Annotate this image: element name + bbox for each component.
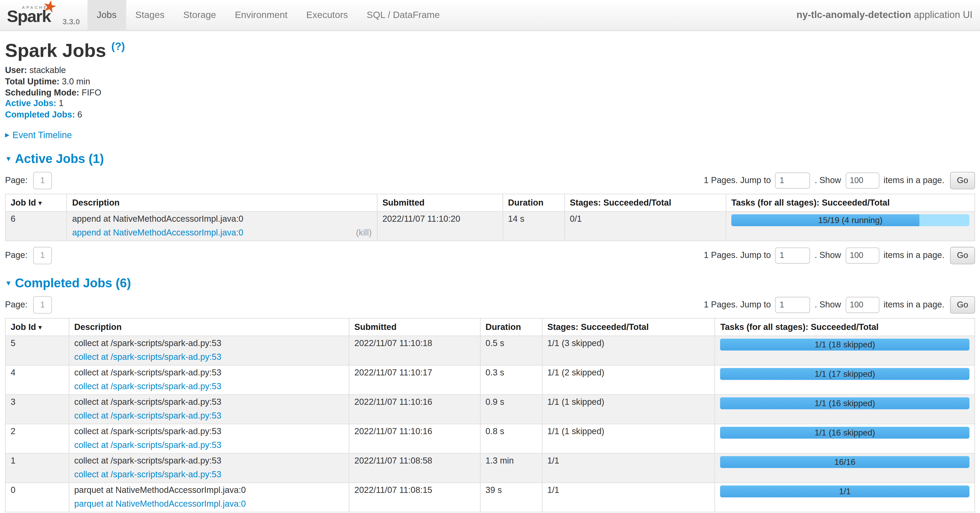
completed-jobs-link[interactable]: Completed Jobs: — [5, 110, 75, 119]
application-title-suffix: application UI — [911, 9, 973, 20]
go-button[interactable]: Go — [950, 296, 975, 313]
application-title: ny-tlc-anomaly-detection application UI — [797, 0, 973, 30]
table-row: 6 append at NativeMethodAccessorImpl.jav… — [5, 211, 975, 241]
show-items-input[interactable] — [845, 247, 879, 264]
kill-link[interactable]: (kill) — [356, 227, 372, 239]
duration-cell: 39 s — [480, 483, 542, 512]
job-description-link[interactable]: parquet at NativeMethodAccessorImpl.java… — [74, 499, 246, 510]
col-tasks[interactable]: Tasks (for all stages): Succeeded/Total — [726, 194, 975, 211]
jump-to-input[interactable] — [775, 247, 810, 264]
tab-stages[interactable]: Stages — [126, 0, 174, 30]
tab-sql-dataframe[interactable]: SQL / DataFrame — [357, 0, 449, 30]
table-header-row: Job Id▾ Description Submitted Duration S… — [5, 194, 975, 211]
page-input[interactable] — [33, 296, 52, 313]
job-id-cell: 4 — [5, 365, 69, 394]
application-name: ny-tlc-anomaly-detection — [797, 9, 911, 20]
tasks-cell: 1/1 (18 skipped) — [715, 336, 975, 365]
event-timeline-toggle[interactable]: ▶Event Timeline — [5, 130, 975, 140]
job-id-cell: 2 — [5, 424, 69, 453]
stages-cell: 0/1 — [565, 211, 726, 241]
stages-cell: 1/1 (1 skipped) — [542, 394, 715, 424]
description-cell: collect at /spark-scripts/spark-ad.py:53… — [69, 453, 349, 483]
active-jobs-table: Job Id▾ Description Submitted Duration S… — [5, 194, 975, 241]
col-tasks[interactable]: Tasks (for all stages): Succeeded/Total — [715, 318, 975, 336]
summary-user: User: stackable — [5, 65, 975, 76]
job-description-link[interactable]: collect at /spark-scripts/spark-ad.py:53 — [74, 381, 221, 392]
col-stages[interactable]: Stages: Succeeded/Total — [565, 194, 726, 211]
tasks-cell: 1/1 (16 skipped) — [715, 424, 975, 453]
description-cell: collect at /spark-scripts/spark-ad.py:53… — [69, 365, 349, 394]
navbar: APACHE Spark ★ 3.3.0 Jobs Stages Storage… — [0, 0, 980, 31]
job-description-link[interactable]: collect at /spark-scripts/spark-ad.py:53 — [74, 411, 221, 422]
description-cell: parquet at NativeMethodAccessorImpl.java… — [69, 483, 349, 512]
pages-text: 1 Pages. Jump to — [704, 300, 771, 310]
help-link[interactable]: (?) — [111, 41, 125, 52]
duration-cell: 0.9 s — [480, 394, 542, 424]
tasks-progress-bar: 15/19 (4 running) — [732, 214, 969, 226]
stages-cell: 1/1 (1 skipped) — [542, 424, 715, 453]
show-text: . Show — [815, 300, 841, 310]
col-duration[interactable]: Duration — [503, 194, 565, 211]
jump-to-input[interactable] — [775, 297, 810, 313]
show-text: . Show — [815, 251, 841, 260]
summary-uptime: Total Uptime: 3.0 min — [5, 76, 975, 87]
go-button[interactable]: Go — [950, 172, 975, 189]
tab-environment[interactable]: Environment — [226, 0, 297, 30]
tasks-progress-bar: 1/1 (17 skipped) — [721, 368, 969, 380]
page-input[interactable] — [33, 172, 52, 189]
col-description[interactable]: Description — [67, 194, 377, 211]
col-submitted[interactable]: Submitted — [377, 194, 503, 211]
duration-cell: 14 s — [503, 211, 565, 241]
section-active-jobs[interactable]: ▼Active Jobs (1) — [5, 152, 975, 166]
col-description[interactable]: Description — [69, 318, 349, 336]
table-header-row: Job Id▾ Description Submitted Duration S… — [5, 318, 975, 336]
job-description-link[interactable]: collect at /spark-scripts/spark-ad.py:53 — [74, 440, 221, 451]
job-id-cell: 6 — [5, 211, 67, 241]
page-label: Page: — [5, 251, 27, 260]
summary-list: User: stackable Total Uptime: 3.0 min Sc… — [5, 65, 975, 121]
jump-to-input[interactable] — [775, 173, 810, 189]
active-jobs-link[interactable]: Active Jobs: — [5, 99, 56, 108]
tasks-cell: 15/19 (4 running) — [726, 211, 975, 241]
nav-tabs: Jobs Stages Storage Environment Executor… — [88, 0, 449, 30]
col-job-id[interactable]: Job Id▾ — [5, 194, 67, 211]
tab-jobs[interactable]: Jobs — [88, 0, 126, 30]
tasks-cell: 1/1 — [715, 483, 975, 512]
submitted-cell: 2022/11/07 11:10:16 — [349, 424, 480, 453]
section-completed-jobs[interactable]: ▼Completed Jobs (6) — [5, 276, 975, 291]
stages-cell: 1/1 (2 skipped) — [542, 365, 715, 394]
submitted-cell: 2022/11/07 11:08:58 — [349, 453, 480, 483]
stages-cell: 1/1 — [542, 453, 715, 483]
tab-executors[interactable]: Executors — [297, 0, 357, 30]
submitted-cell: 2022/11/07 11:08:15 — [349, 483, 480, 512]
completed-jobs-table: Job Id▾ Description Submitted Duration S… — [5, 318, 975, 512]
job-description-link[interactable]: collect at /spark-scripts/spark-ad.py:53 — [74, 352, 221, 363]
job-id-cell: 1 — [5, 453, 69, 483]
items-text: items in a page. — [883, 251, 944, 260]
duration-cell: 0.8 s — [480, 424, 542, 453]
pagination-active-bottom: Page: 1 Pages. Jump to . Show items in a… — [5, 247, 975, 264]
table-row: 1 collect at /spark-scripts/spark-ad.py:… — [5, 453, 975, 483]
tasks-cell: 1/1 (17 skipped) — [715, 365, 975, 394]
show-items-input[interactable] — [845, 173, 879, 189]
col-stages[interactable]: Stages: Succeeded/Total — [542, 318, 715, 336]
col-submitted[interactable]: Submitted — [349, 318, 480, 336]
show-items-input[interactable] — [845, 297, 879, 313]
tab-storage[interactable]: Storage — [174, 0, 226, 30]
duration-cell: 0.5 s — [480, 336, 542, 365]
go-button[interactable]: Go — [950, 247, 975, 264]
page-input[interactable] — [33, 247, 52, 264]
tasks-cell: 1/1 (16 skipped) — [715, 394, 975, 424]
table-row: 0 parquet at NativeMethodAccessorImpl.ja… — [5, 483, 975, 512]
pagination-active-top: Page: 1 Pages. Jump to . Show items in a… — [5, 172, 975, 189]
tasks-cell: 16/16 — [715, 453, 975, 483]
job-id-cell: 3 — [5, 394, 69, 424]
col-job-id[interactable]: Job Id▾ — [5, 318, 69, 336]
job-description-link[interactable]: append at NativeMethodAccessorImpl.java:… — [72, 227, 243, 239]
pagination-completed-top: Page: 1 Pages. Jump to . Show items in a… — [5, 296, 975, 313]
col-duration[interactable]: Duration — [480, 318, 542, 336]
items-text: items in a page. — [883, 300, 944, 310]
job-description-link[interactable]: collect at /spark-scripts/spark-ad.py:53 — [74, 469, 221, 481]
description-cell: collect at /spark-scripts/spark-ad.py:53… — [69, 336, 349, 365]
sort-desc-icon: ▾ — [39, 199, 42, 206]
